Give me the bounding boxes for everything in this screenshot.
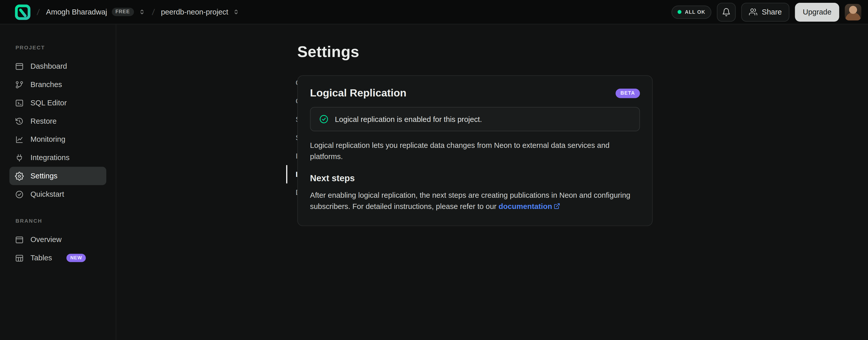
page-title: Settings [297,43,359,61]
dashboard-icon [15,62,24,71]
user-avatar[interactable] [845,4,861,20]
top-bar: / Amogh Bharadwaj FREE / peerdb-neon-pro… [0,0,868,24]
quickstart-check-icon [15,190,24,199]
new-badge: NEW [66,254,86,262]
sql-editor-icon [15,98,24,107]
share-button[interactable]: Share [741,3,789,21]
sidebar-item-label: Tables [31,254,52,262]
sidebar-item-overview[interactable]: Overview [9,231,106,249]
status-pill[interactable]: ALL OK [672,5,712,19]
beta-badge: BETA [616,88,640,98]
sidebar-item-label: Branches [31,80,62,89]
overview-icon [15,235,24,244]
users-icon [749,8,757,16]
sidebar-item-label: Integrations [31,153,70,162]
integrations-icon [15,153,24,162]
enabled-banner-text: Logical replication is enabled for this … [335,115,482,123]
sidebar-item-monitoring[interactable]: Monitoring [9,130,106,149]
monitoring-icon [15,135,24,144]
sidebar-item-quickstart[interactable]: Quickstart [9,185,106,203]
breadcrumb-separator: / [150,7,156,17]
org-selector[interactable]: Amogh Bharadwaj FREE [46,8,145,16]
sidebar-item-sql-editor[interactable]: SQL Editor [9,94,106,112]
enabled-banner: Logical replication is enabled for this … [310,107,640,131]
tables-icon [15,253,24,262]
next-steps-text-before: After enabling logical replication, the … [310,191,630,210]
sidebar-section-branch: BRANCH [16,218,116,224]
notifications-button[interactable] [717,3,736,21]
sidebar-item-label: Quickstart [31,190,64,199]
neon-logo-icon[interactable] [15,4,31,20]
chevrons-up-down-icon [232,8,240,16]
check-circle-icon [319,114,329,124]
main-content: Settings General Compute Storage Sharing… [116,24,868,340]
external-link-icon [554,203,560,209]
sidebar-item-branches[interactable]: Branches [9,75,106,94]
sidebar-item-label: SQL Editor [31,99,67,107]
replication-description: Logical replication lets you replicate d… [310,140,640,162]
card-title: Logical Replication [310,87,406,99]
sidebar-item-label: Settings [31,172,58,180]
sidebar-item-settings[interactable]: Settings [9,167,106,185]
documentation-link[interactable]: documentation [499,202,552,211]
plan-badge: FREE [112,8,134,16]
status-label: ALL OK [685,9,705,15]
settings-gear-icon [15,172,24,180]
next-steps-text: After enabling logical replication, the … [310,190,640,212]
sidebar-section-project: PROJECT [16,44,116,50]
bell-icon [722,7,731,16]
sidebar-item-tables[interactable]: Tables NEW [9,249,106,267]
share-label: Share [762,8,781,16]
project-name: peerdb-neon-project [161,8,228,16]
sidebar-item-restore[interactable]: Restore [9,112,106,130]
project-selector[interactable]: peerdb-neon-project [161,8,240,16]
next-steps-title: Next steps [310,173,640,183]
breadcrumb-separator: / [35,7,41,17]
upgrade-label: Upgrade [803,8,832,16]
chevrons-up-down-icon [138,8,145,16]
sidebar: PROJECT Dashboard Branches SQL Editor [0,24,116,340]
neon-console: / Amogh Bharadwaj FREE / peerdb-neon-pro… [0,0,868,340]
sidebar-item-integrations[interactable]: Integrations [9,149,106,167]
restore-icon [15,117,24,125]
logical-replication-card: Logical Replication BETA Logical replica… [297,75,653,226]
sidebar-item-label: Dashboard [31,62,67,70]
sidebar-item-label: Overview [31,235,62,244]
sidebar-item-label: Monitoring [31,135,65,144]
sidebar-item-label: Restore [31,117,57,125]
status-ok-dot [678,10,682,14]
upgrade-button[interactable]: Upgrade [795,3,839,21]
sidebar-item-dashboard[interactable]: Dashboard [9,57,106,75]
org-name: Amogh Bharadwaj [46,8,107,16]
branches-icon [15,80,24,89]
